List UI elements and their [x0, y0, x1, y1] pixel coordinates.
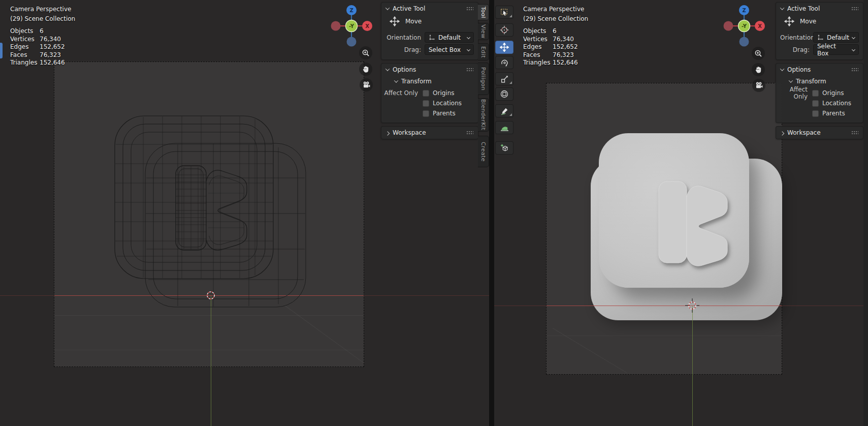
drag-row: Drag: Select Box — [780, 44, 859, 55]
chevron-down-icon — [467, 48, 470, 51]
floor-gridline — [54, 315, 364, 316]
sidebar-left: Active Tool Move Orientation — [381, 2, 478, 142]
collection-name: (29) Scene Collection — [10, 14, 75, 24]
tab-edit[interactable]: Edit — [478, 43, 489, 60]
toolbar-move[interactable] — [495, 41, 513, 54]
k-logo-emboss[interactable] — [586, 122, 738, 275]
drag-handle-icon[interactable] — [851, 7, 858, 11]
navigation-gizmo[interactable]: Z X -Y — [721, 3, 767, 49]
current-tool-row: Move — [381, 15, 478, 31]
active-tool-header[interactable]: Active Tool — [776, 3, 863, 15]
cursor-tool-icon — [500, 25, 509, 35]
pan-button[interactable] — [752, 63, 765, 76]
orientation-label: Orientation — [385, 34, 421, 41]
toolbar-measure[interactable] — [495, 121, 513, 134]
toolbar-annotate[interactable] — [495, 104, 513, 117]
tab-poliigon[interactable]: Poliigon — [478, 63, 489, 95]
drag-dropdown[interactable]: Select Box — [425, 44, 474, 55]
drag-dropdown[interactable]: Select Box — [813, 44, 859, 55]
zoom-button[interactable] — [359, 46, 372, 59]
transform-subheader[interactable]: Transform — [776, 76, 863, 87]
locations-checkbox[interactable] — [423, 100, 429, 107]
gizmo-minus-x-handle[interactable] — [724, 21, 733, 31]
parents-checkbox[interactable] — [423, 110, 429, 117]
drag-handle-icon[interactable] — [851, 131, 858, 135]
drag-handle-icon[interactable] — [466, 68, 473, 72]
origins-label: Origins — [822, 89, 844, 97]
pan-button[interactable] — [359, 63, 372, 76]
drag-row: Drag: Select Box — [385, 44, 474, 55]
drag-value: Select Box — [429, 46, 461, 53]
locations-checkbox[interactable] — [812, 100, 819, 107]
workspace-header[interactable]: Workspace — [381, 127, 478, 139]
toolbar-select-box[interactable] — [495, 6, 513, 19]
rotate-tool-icon — [500, 58, 509, 67]
origins-checkbox[interactable] — [423, 90, 429, 97]
floor-gridline — [54, 350, 364, 350]
camera-view-button[interactable] — [752, 79, 765, 92]
zoom-button[interactable] — [752, 47, 765, 60]
tab-view[interactable]: View — [478, 23, 489, 40]
camera-view-button[interactable] — [360, 78, 373, 92]
blender-app: Camera Perspective (29) Scene Collection… — [0, 0, 868, 426]
wireframe-model[interactable] — [102, 102, 315, 315]
affect-origins-row: Affect Only Origins — [776, 89, 859, 97]
tab-create[interactable]: Create — [478, 136, 489, 167]
workspace-panel: Workspace — [776, 126, 863, 139]
gizmo-minus-x-handle[interactable] — [331, 21, 341, 31]
collapsed-toolbar-active-edge[interactable] — [0, 43, 3, 58]
subtools-indicator — [509, 81, 512, 84]
magnifier-plus-icon — [362, 49, 370, 57]
navigation-gizmo[interactable]: Z X -Y — [329, 3, 374, 49]
svg-text:-Y: -Y — [742, 23, 747, 29]
collection-name: (29) Scene Collection — [523, 14, 588, 24]
toolbar-transform[interactable] — [495, 87, 513, 101]
tab-blenderkit[interactable]: BlenderKit — [478, 98, 489, 132]
chevron-right-icon — [780, 131, 784, 135]
tab-tool[interactable]: Tool — [478, 4, 489, 20]
options-header[interactable]: Options — [381, 64, 478, 76]
workspace-title: Workspace — [787, 129, 848, 136]
parents-checkbox[interactable] — [812, 110, 819, 117]
viewport-window-wireframe[interactable]: Camera Perspective (29) Scene Collection… — [0, 0, 489, 426]
toolbar-rotate[interactable] — [495, 56, 513, 69]
drag-handle-icon[interactable] — [466, 7, 473, 11]
orientation-row: Orientation Default — [385, 32, 474, 43]
transform-subheader[interactable]: Transform — [381, 76, 478, 87]
affect-locations-row: Locations — [776, 99, 859, 107]
options-title: Options — [787, 66, 848, 73]
drag-handle-icon[interactable] — [466, 131, 473, 135]
chevron-down-icon — [780, 67, 784, 71]
gizmo-minus-z-handle[interactable] — [347, 37, 357, 47]
scale-tool-icon — [500, 75, 509, 83]
current-tool-name: Move — [405, 18, 422, 25]
drag-label: Drag: — [780, 46, 810, 53]
origins-label: Origins — [433, 89, 455, 97]
chevron-down-icon — [852, 36, 855, 39]
drag-value: Select Box — [817, 43, 849, 57]
active-tool-header[interactable]: Active Tool — [381, 3, 478, 15]
toolbar-cursor[interactable] — [495, 23, 513, 37]
orientation-dropdown[interactable]: Default — [425, 32, 474, 43]
window-separator[interactable] — [489, 0, 494, 426]
svg-text:Z: Z — [349, 8, 353, 13]
toolbar-scale[interactable] — [495, 72, 513, 85]
add-cube-icon — [500, 144, 509, 153]
workspace-title: Workspace — [393, 129, 463, 136]
toolbar-add-cube[interactable] — [495, 141, 513, 155]
viewport-window-solid[interactable]: Camera Perspective (29) Scene Collection… — [494, 0, 868, 426]
options-header[interactable]: Options — [776, 64, 863, 76]
orientation-axes-icon — [817, 34, 824, 41]
locations-label: Locations — [822, 100, 851, 107]
gizmo-minus-z-handle[interactable] — [740, 37, 749, 47]
orientation-label: Orientation — [780, 34, 810, 41]
orientation-dropdown[interactable]: Default — [813, 32, 859, 43]
movie-camera-icon — [755, 81, 763, 89]
workspace-header[interactable]: Workspace — [776, 127, 863, 139]
origins-checkbox[interactable] — [812, 90, 819, 97]
options-title: Options — [393, 66, 463, 73]
stats-table: Objects6 Vertices76,340 Edges152,652 Fac… — [10, 27, 75, 67]
drag-handle-icon[interactable] — [851, 68, 858, 72]
active-tool-title: Active Tool — [393, 5, 463, 12]
move-tool-icon — [500, 43, 509, 52]
